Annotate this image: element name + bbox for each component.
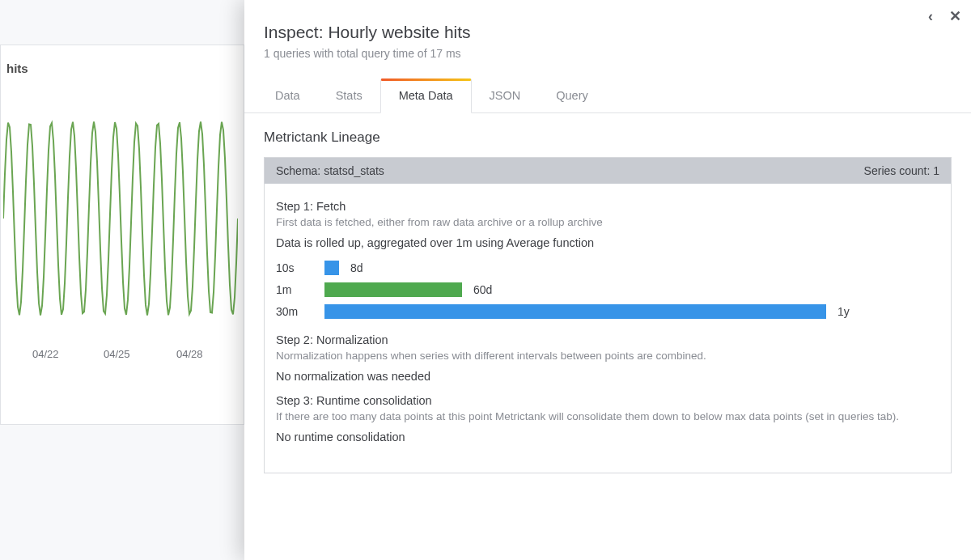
inspect-tabs: Data Stats Meta Data JSON Query — [244, 71, 971, 113]
retention-bar-row: 30m1y — [276, 304, 939, 319]
schema-box: Schema: statsd_stats Series count: 1 Ste… — [264, 157, 952, 473]
step1-desc: First data is fetched, either from raw d… — [276, 216, 939, 228]
tab-stats[interactable]: Stats — [318, 79, 380, 112]
retention-interval: 1m — [276, 283, 324, 296]
tab-meta-data[interactable]: Meta Data — [380, 79, 472, 113]
step2-text: No normalization was needed — [276, 370, 939, 383]
x-tick: 04/25 — [104, 348, 130, 360]
step1-summary: Data is rolled up, aggregated over 1m us… — [276, 236, 939, 249]
inspect-title: Inspect: Hourly website hits — [264, 23, 952, 42]
retention-bar — [324, 282, 462, 297]
x-tick: 04/28 — [176, 348, 203, 360]
step3-text: No runtime consolidation — [276, 431, 939, 443]
retention-duration: 8d — [350, 261, 363, 274]
schema-header: Schema: statsd_stats Series count: 1 — [265, 158, 951, 184]
step1-title: Step 1: Fetch — [276, 200, 939, 213]
retention-interval: 10s — [276, 261, 324, 274]
step2-desc: Normalization happens when series with d… — [276, 350, 939, 362]
retention-interval: 30m — [276, 305, 324, 318]
schema-name: Schema: statsd_stats — [276, 164, 384, 177]
tab-data[interactable]: Data — [257, 79, 318, 112]
x-tick: 04/22 — [32, 348, 59, 360]
retention-duration: 60d — [473, 283, 492, 296]
step3-desc: If there are too many data points at thi… — [276, 410, 939, 422]
bg-x-axis: 04/22 04/25 04/28 — [3, 348, 238, 364]
retention-duration: 1y — [837, 305, 850, 318]
retention-bar — [324, 261, 339, 275]
back-button[interactable]: ‹ — [919, 5, 942, 28]
tab-query[interactable]: Query — [538, 79, 606, 112]
bg-chart-svg — [3, 113, 238, 324]
close-button[interactable]: ✕ — [943, 5, 966, 28]
bg-panel-title: hits — [6, 62, 28, 75]
retention-bar-row: 1m60d — [276, 282, 939, 297]
retention-bars: 10s8d1m60d30m1y — [276, 261, 939, 319]
close-icon: ✕ — [949, 7, 961, 25]
inspect-subtitle: 1 queries with total query time of 17 ms — [264, 47, 952, 60]
step2-title: Step 2: Normalization — [276, 333, 939, 346]
lineage-heading: Metrictank Lineage — [264, 129, 952, 146]
step3-title: Step 3: Runtime consolidation — [276, 394, 939, 407]
tab-json[interactable]: JSON — [472, 79, 539, 112]
chevron-left-icon: ‹ — [928, 8, 933, 25]
retention-bar — [324, 304, 826, 319]
retention-bar-row: 10s8d — [276, 261, 939, 275]
series-count: Series count: 1 — [864, 164, 939, 177]
inspect-drawer: ‹ ✕ Inspect: Hourly website hits 1 queri… — [244, 0, 971, 560]
